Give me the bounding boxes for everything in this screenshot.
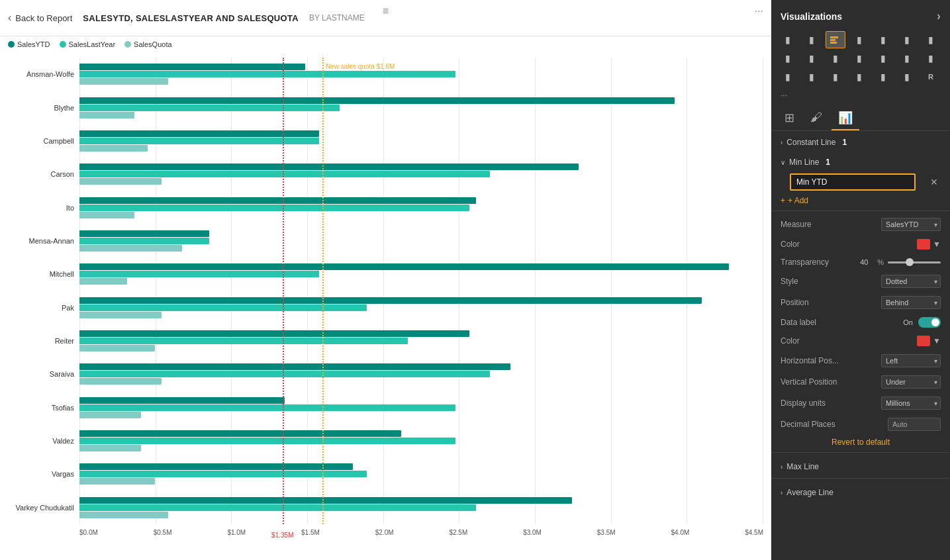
style-dropdown[interactable]: Dotted Solid Dashed	[881, 275, 941, 288]
add-label: + Add	[788, 196, 808, 205]
viz-icon-funnel[interactable]: ▮	[826, 50, 845, 67]
viz-panel-close-icon[interactable]: ›	[937, 9, 941, 23]
bar	[79, 238, 209, 244]
bar	[79, 105, 340, 111]
bar	[79, 471, 367, 477]
viz-icon-ribbon[interactable]: ▮	[897, 68, 917, 85]
section-average-line[interactable]: › Average Line	[771, 481, 950, 501]
bar-row	[79, 130, 763, 137]
viz-icon-table[interactable]: ▮	[778, 68, 798, 85]
bar-row	[79, 245, 763, 252]
color-dropdown-arrow[interactable]: ▼	[933, 240, 941, 249]
bar-group	[79, 158, 763, 191]
tab-fields[interactable]: ⊞	[778, 107, 801, 130]
color-swatch-red[interactable]	[917, 239, 930, 250]
chart-container: Ansman-WolfeBlytheCampbellCarsonItoMensa…	[0, 52, 771, 560]
constant-line-arrow: ›	[781, 139, 783, 146]
more-options-icon[interactable]: ···	[755, 5, 763, 17]
position-dropdown[interactable]: Behind In Front	[881, 296, 941, 309]
bar-row	[79, 105, 763, 111]
display-units-dropdown[interactable]: Millions Thousands Auto	[881, 397, 941, 410]
viz-icon-scatter[interactable]: ▮	[897, 31, 917, 48]
bar-row	[79, 197, 763, 204]
transparency-slider[interactable]	[888, 261, 941, 263]
tab-format[interactable]: 🖌	[804, 107, 829, 130]
vertical-pos-dropdown[interactable]: Under Above	[881, 375, 941, 389]
bar-row	[79, 97, 763, 104]
viz-icon-r[interactable]: R	[921, 68, 941, 85]
viz-icon-line[interactable]: ▮	[849, 31, 869, 48]
bar	[79, 278, 127, 285]
bar-row	[79, 238, 763, 244]
viz-icon-treemap[interactable]: ▮	[802, 50, 822, 67]
constant-line-count: 1	[842, 138, 847, 147]
bar-row	[79, 338, 763, 344]
viz-icon-clustered-bar[interactable]	[826, 31, 845, 48]
bar-group	[79, 257, 763, 291]
horizontal-pos-dropdown-wrapper: Left Right Center	[881, 354, 941, 367]
bar-row	[79, 371, 763, 377]
viz-icon-more[interactable]: ···	[771, 88, 950, 103]
color2-row: Color ▼	[771, 332, 950, 350]
bar	[79, 345, 155, 351]
bar-row	[79, 78, 763, 85]
viz-icon-col[interactable]: ▮	[802, 31, 822, 48]
bar	[79, 163, 579, 170]
average-line-arrow: ›	[781, 489, 783, 496]
chart-area: ≡ ··· ‹ Back to Report SALESYTD, SALESLA…	[0, 0, 771, 560]
data-label-toggle[interactable]	[918, 317, 941, 328]
bar	[79, 438, 455, 444]
add-button[interactable]: + + Add	[771, 193, 950, 208]
section-constant-line[interactable]: › Constant Line 1	[771, 131, 950, 151]
decimal-places-input[interactable]	[888, 418, 941, 431]
bar-row	[79, 312, 763, 318]
color2-dropdown-arrow[interactable]: ▼	[933, 336, 941, 346]
bar-group	[79, 124, 763, 158]
bar	[79, 330, 469, 337]
measure-dropdown[interactable]: SalesYTD	[881, 218, 941, 231]
vertical-pos-row: Vertical Position Under Above	[771, 371, 950, 393]
legend-item-salesquota: SalesQuota	[124, 40, 171, 48]
viz-icon-slicer[interactable]: ▮	[921, 50, 941, 67]
max-line-label: Max Line	[786, 462, 819, 471]
viz-icon-donut[interactable]: ▮	[826, 68, 845, 85]
min-line-close-button[interactable]: ✕	[927, 177, 941, 187]
bar	[79, 404, 455, 411]
color2-swatch-red[interactable]	[917, 336, 930, 346]
viz-icon-card[interactable]: ▮	[873, 50, 893, 67]
section-max-line[interactable]: › Max Line	[771, 455, 950, 475]
section-min-line[interactable]: ∨ Min Line 1	[771, 151, 950, 171]
bar-row	[79, 71, 763, 77]
viz-icon-matrix[interactable]: ▮	[802, 68, 822, 85]
viz-icon-kpi[interactable]: ▮	[897, 50, 917, 67]
viz-icon-filled-map[interactable]: ▮	[849, 68, 869, 85]
color-row: Color ▼	[771, 235, 950, 254]
ref-line-yellow	[322, 58, 324, 524]
bar-row	[79, 438, 763, 444]
bar-row	[79, 278, 763, 285]
bar-group	[79, 91, 763, 124]
viz-icon-bar[interactable]: ▮	[778, 31, 798, 48]
viz-icon-gauge[interactable]: ▮	[849, 50, 869, 67]
x-axis: $0.0M$0.5M$1.0M$1.5M$2.0M$2.5M$3.0M$3.5M…	[79, 524, 763, 540]
x-label: $3.5M	[597, 529, 616, 536]
viz-icon-area[interactable]: ▮	[873, 31, 893, 48]
bar-row	[79, 64, 763, 70]
position-label: Position	[781, 298, 809, 307]
y-label: Mitchell	[1, 257, 74, 291]
viz-icon-waterfall[interactable]: ▮	[873, 68, 893, 85]
revert-button[interactable]: Revert to default	[771, 435, 950, 449]
average-line-label: Average Line	[786, 488, 833, 497]
vertical-pos-label: Vertical Position	[781, 377, 837, 387]
min-line-name-input[interactable]	[790, 173, 916, 191]
hamburger-icon: ≡	[383, 5, 389, 17]
tab-analytics[interactable]: 📊	[831, 107, 859, 130]
max-line-arrow: ›	[781, 463, 783, 471]
viz-icon-pie[interactable]: ▮	[921, 31, 941, 48]
bar-group	[79, 58, 763, 91]
back-button[interactable]: ‹ Back to Report	[8, 12, 72, 24]
viz-icon-map[interactable]: ▮	[778, 50, 798, 67]
y-label: Ansman-Wolfe	[1, 58, 74, 91]
bar-row	[79, 404, 763, 411]
horizontal-pos-dropdown[interactable]: Left Right Center	[881, 354, 941, 367]
